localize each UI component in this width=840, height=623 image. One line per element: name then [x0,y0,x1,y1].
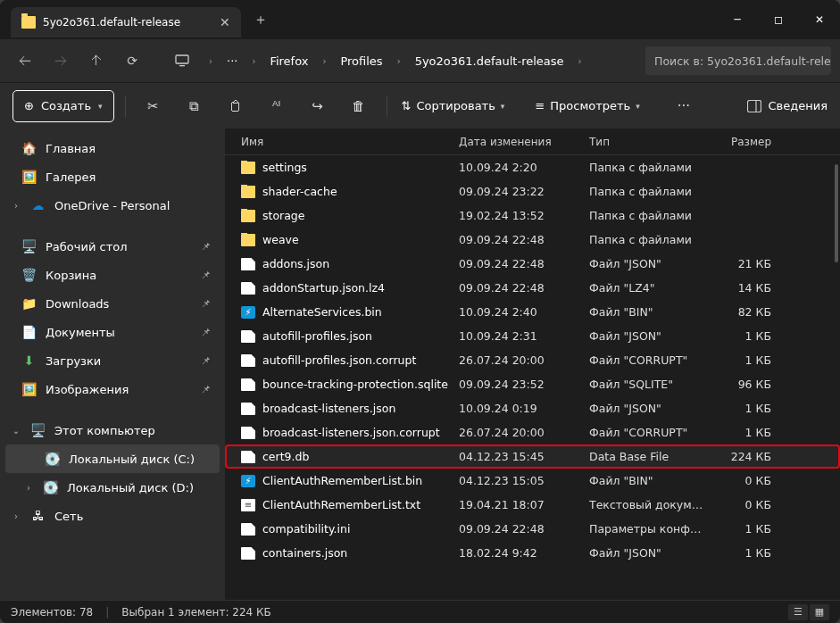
file-row[interactable]: autofill-profiles.json.corrupt26.07.24 2… [225,348,840,372]
file-icon [241,403,255,415]
view-icon: ≡ [535,99,545,112]
sidebar-disk-c[interactable]: 💽Локальный диск (C:) [5,444,220,473]
maximize-button[interactable]: ◻ [758,0,799,39]
sidebar-disk-d[interactable]: ›💽Локальный диск (D:) [5,473,220,502]
status-selected: Выбран 1 элемент: 224 КБ [121,606,270,619]
file-date: 09.09.24 23:22 [459,185,589,198]
file-row[interactable]: ClientAuthRememberList.bin04.12.23 15:05… [225,469,840,493]
sidebar-pictures[interactable]: 🖼️Изображения📌︎ [5,375,220,403]
tab-current[interactable]: 5yo2o361.default-release ✕ [11,7,241,37]
file-date: 10.09.24 0:19 [459,402,589,415]
file-date: 09.09.24 22:48 [459,233,589,246]
file-row[interactable]: cert9.db04.12.23 15:45Data Base File224 … [225,444,840,469]
sidebar-network[interactable]: ›🖧Сеть [5,502,220,530]
file-row[interactable]: compatibility.ini09.09.24 22:48Параметры… [225,517,840,541]
file-list: settings10.09.24 2:20Папка с файламиshad… [225,155,840,600]
details-button[interactable]: Сведения [747,99,828,112]
delete-button[interactable]: 🗑︎ [342,90,376,122]
paste-button[interactable]: 📋︎ [219,90,253,122]
col-name[interactable]: Имя [234,136,459,148]
toolbar: ⊕ Создать ▾ ✂ ⧉ 📋︎ ᴬᴵ ↪ 🗑︎ ⇅ Сортировать… [0,82,840,129]
view-details-icon[interactable]: ☰ [788,604,808,620]
sidebar-onedrive[interactable]: ›☁OneDrive - Personal [5,191,220,220]
tab-title: 5yo2o361.default-release [43,16,180,29]
back-button[interactable]: 🡠 [9,45,41,77]
file-date: 26.07.24 20:00 [459,353,589,367]
sort-icon: ⇅ [402,99,412,112]
file-size: 96 КБ [714,378,780,391]
breadcrumb-profiles[interactable]: Profiles [337,51,386,71]
copy-button[interactable]: ⧉ [178,90,212,122]
file-name: shader-cache [262,185,337,198]
file-row[interactable]: addons.json09.09.24 22:48Файл "JSON"21 К… [225,252,840,276]
file-name: autofill-profiles.json [262,329,372,343]
file-name: AlternateServices.bin [262,305,382,319]
file-row[interactable]: autofill-profiles.json10.09.24 2:31Файл … [225,324,840,348]
file-size: 1 КБ [714,402,780,415]
file-row[interactable]: containers.json18.02.24 9:42Файл "JSON"1… [225,541,840,565]
breadcrumb-folder[interactable]: 5yo2o361.default-release [412,51,568,71]
file-date: 09.09.24 22:48 [459,281,589,295]
file-row[interactable]: weave09.09.24 22:48Папка с файлами [225,228,840,252]
sidebar-thispc[interactable]: ⌄🖥️Этот компьютер [5,416,220,444]
more-button[interactable]: ··· [667,90,701,122]
breadcrumb-firefox[interactable]: Firefox [266,51,312,71]
col-date[interactable]: Дата изменения [459,136,589,148]
cut-button[interactable]: ✂ [137,90,170,122]
file-type: Файл "SQLITE" [589,378,714,391]
minimize-button[interactable]: ─ [717,0,758,39]
refresh-button[interactable]: ⟳ [116,45,148,77]
sidebar: 🏠Главная 🖼️Галерея ›☁OneDrive - Personal… [0,129,225,600]
up-button[interactable]: 🡡 [80,45,112,77]
new-tab-button[interactable]: ＋ [254,11,268,29]
file-date: 26.07.24 20:00 [459,426,589,439]
sidebar-home[interactable]: 🏠Главная [5,134,220,162]
file-type: Параметры конф… [589,522,714,536]
new-button[interactable]: ⊕ Создать ▾ [12,90,114,122]
file-icon [241,330,255,343]
file-type: Файл "JSON" [589,546,714,560]
content-pane: Имя Дата изменения Тип Размер settings10… [225,129,840,600]
file-row[interactable]: broadcast-listeners.json.corrupt26.07.24… [225,420,840,444]
file-row[interactable]: settings10.09.24 2:20Папка с файлами [225,155,840,179]
scrollbar-thumb[interactable] [835,164,838,262]
pc-icon[interactable] [166,45,198,77]
folder-icon [21,16,36,29]
file-row[interactable]: shader-cache09.09.24 23:22Папка с файлам… [225,179,840,204]
file-name: compatibility.ini [262,522,350,536]
file-name: storage [262,209,305,222]
file-icon [241,499,255,511]
file-row[interactable]: storage19.02.24 13:52Папка с файлами [225,204,840,228]
home-icon: 🏠 [21,142,37,155]
close-button[interactable]: ✕ [799,0,840,39]
sidebar-downloads[interactable]: 📁Downloads📌︎ [5,289,220,318]
breadcrumb-overflow[interactable]: ··· [223,51,241,71]
file-row[interactable]: ClientAuthRememberList.txt19.04.21 18:07… [225,493,840,517]
document-icon: 📄 [21,326,37,339]
forward-button: 🡢 [45,45,77,77]
file-row[interactable]: AlternateServices.bin10.09.24 2:40Файл "… [225,300,840,324]
sidebar-downloads-ru[interactable]: ⬇Загрузки📌︎ [5,346,220,375]
rename-button[interactable]: ᴬᴵ [260,90,294,122]
sidebar-recycle[interactable]: 🗑️Корзина📌︎ [5,261,220,289]
chevron-down-icon: ⌄ [11,426,21,436]
navbar: 🡠 🡢 🡡 ⟳ › ··· › Firefox › Profiles › 5yo… [0,39,840,82]
view-button[interactable]: ≡ Просмотреть ▾ [531,99,643,112]
file-name: ClientAuthRememberList.txt [262,498,420,511]
file-size: 82 КБ [714,305,780,319]
folder-icon [241,186,255,198]
sidebar-documents[interactable]: 📄Документы📌︎ [5,318,220,346]
sidebar-gallery[interactable]: 🖼️Галерея [5,162,220,191]
sidebar-desktop[interactable]: 🖥️Рабочий стол📌︎ [5,232,220,261]
col-size[interactable]: Размер [714,136,780,148]
file-row[interactable]: bounce-tracking-protection.sqlite09.09.2… [225,372,840,396]
tab-close-icon[interactable]: ✕ [220,15,230,29]
share-button[interactable]: ↪ [301,90,335,122]
file-row[interactable]: broadcast-listeners.json10.09.24 0:19Фай… [225,396,840,420]
sort-button[interactable]: ⇅ Сортировать ▾ [398,99,509,112]
col-type[interactable]: Тип [589,136,714,148]
file-type: Файл "LZ4" [589,281,714,295]
view-grid-icon[interactable]: ▦ [810,604,829,620]
search-input[interactable]: Поиск в: 5yo2o361.default-rele [645,46,831,75]
file-row[interactable]: addonStartup.json.lz409.09.24 22:48Файл … [225,276,840,300]
